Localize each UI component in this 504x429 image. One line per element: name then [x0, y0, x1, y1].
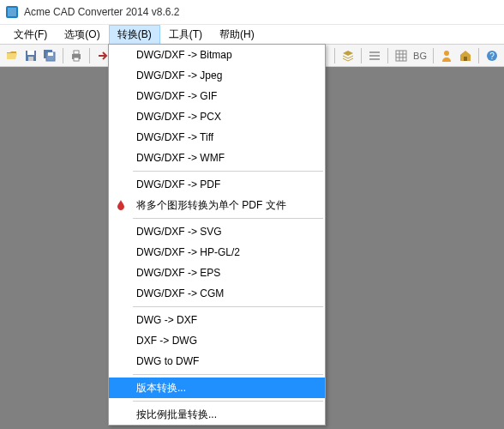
dropdown-item-label: DXF -> DWG	[136, 335, 197, 347]
app-icon	[5, 5, 19, 19]
menu-tools[interactable]: 工具(T)	[160, 25, 211, 45]
save-all-icon[interactable]	[41, 47, 58, 64]
pdf-icon	[114, 198, 128, 212]
dropdown-item-label: DWG/DXF -> CGM	[136, 287, 224, 299]
dropdown-item-label: DWG/DXF -> GIF	[136, 90, 217, 102]
convert-dropdown: DWG/DXF -> BitmapDWG/DXF -> JpegDWG/DXF …	[108, 44, 326, 426]
dropdown-item-label: DWG/DXF -> HP-GL/2	[136, 246, 240, 258]
grid-icon[interactable]	[393, 47, 410, 64]
dropdown-separator	[133, 306, 323, 307]
menu-file[interactable]: 文件(F)	[5, 25, 56, 45]
dropdown-item[interactable]: DWG -> DXF	[109, 310, 325, 330]
dropdown-item-label: 将多个图形转换为单个 PDF 文件	[136, 198, 286, 213]
svg-rect-9	[74, 51, 79, 54]
print-icon[interactable]	[68, 47, 85, 64]
dropdown-item[interactable]: DWG/DXF -> Bitmap	[109, 45, 325, 65]
toolbar-separator	[387, 48, 388, 63]
menu-help[interactable]: 帮助(H)	[211, 25, 263, 45]
help-icon[interactable]: ?	[483, 47, 501, 64]
dropdown-separator	[133, 171, 323, 172]
dropdown-item[interactable]: 将多个图形转换为单个 PDF 文件	[109, 195, 325, 215]
svg-rect-15	[464, 57, 467, 61]
toolbar-separator	[334, 48, 335, 63]
dropdown-item[interactable]: DWG/DXF -> EPS	[109, 263, 325, 283]
dropdown-separator	[133, 218, 323, 219]
dropdown-item[interactable]: DWG/DXF -> WMF	[109, 148, 325, 168]
lines-icon[interactable]	[366, 47, 383, 64]
dropdown-item-label: DWG/DXF -> EPS	[136, 267, 220, 279]
dropdown-item-label: DWG/DXF -> Bitmap	[136, 49, 232, 61]
svg-point-14	[444, 51, 449, 56]
bg-label[interactable]: BG	[411, 51, 429, 61]
svg-text:?: ?	[489, 51, 495, 61]
svg-rect-7	[48, 52, 53, 56]
dropdown-separator	[133, 401, 323, 402]
dropdown-item[interactable]: DWG/DXF -> Jpeg	[109, 65, 325, 86]
user-icon[interactable]	[438, 47, 455, 64]
toolbar-separator	[478, 48, 479, 63]
svg-rect-4	[28, 57, 33, 61]
dropdown-item[interactable]: DWG/DXF -> GIF	[109, 86, 325, 106]
dropdown-item-label: DWG to DWF	[136, 355, 199, 367]
dropdown-item[interactable]: DWG/DXF -> SVG	[109, 221, 325, 242]
dropdown-item[interactable]: DWG/DXF -> CGM	[109, 283, 325, 304]
save-icon[interactable]	[22, 47, 39, 64]
dropdown-item-label: 版本转换...	[136, 381, 186, 396]
svg-rect-10	[74, 57, 79, 61]
menubar: 文件(F) 选项(O) 转换(B) 工具(T) 帮助(H)	[0, 24, 504, 45]
dropdown-item-label: DWG/DXF -> SVG	[136, 226, 222, 238]
dropdown-item[interactable]: DXF -> DWG	[109, 330, 325, 351]
home-icon[interactable]	[457, 47, 474, 64]
toolbar-separator	[63, 48, 63, 63]
dropdown-item[interactable]: DWG/DXF -> PDF	[109, 174, 325, 195]
dropdown-item-label: DWG/DXF -> Tiff	[136, 131, 213, 143]
layers-icon[interactable]	[339, 47, 357, 64]
titlebar: Acme CAD Converter 2014 v8.6.2	[0, 0, 504, 24]
dropdown-item-label: DWG -> DXF	[136, 314, 197, 326]
dropdown-item[interactable]: 版本转换...	[109, 378, 325, 398]
toolbar-separator	[361, 48, 362, 63]
dropdown-item-label: DWG/DXF -> PDF	[136, 178, 220, 190]
dropdown-item[interactable]: DWG/DXF -> HP-GL/2	[109, 242, 325, 263]
svg-rect-3	[27, 51, 34, 55]
menu-options[interactable]: 选项(O)	[56, 25, 108, 45]
dropdown-separator	[133, 374, 323, 375]
dropdown-item[interactable]: DWG/DXF -> PCX	[109, 106, 325, 127]
dropdown-item[interactable]: DWG to DWF	[109, 351, 325, 372]
dropdown-item-label: DWG/DXF -> WMF	[136, 152, 225, 164]
dropdown-item[interactable]: 按比例批量转换...	[109, 404, 325, 425]
svg-rect-1	[8, 8, 16, 16]
dropdown-item-label: DWG/DXF -> PCX	[136, 111, 221, 123]
open-icon[interactable]	[3, 47, 21, 64]
window-title: Acme CAD Converter 2014 v8.6.2	[24, 6, 179, 18]
dropdown-item[interactable]: DWG/DXF -> Tiff	[109, 127, 325, 148]
dropdown-item-label: 按比例批量转换...	[136, 408, 217, 422]
svg-rect-13	[396, 51, 406, 61]
toolbar-separator	[89, 48, 90, 63]
menu-convert[interactable]: 转换(B)	[109, 25, 160, 45]
dropdown-item-label: DWG/DXF -> Jpeg	[136, 69, 222, 82]
toolbar-separator	[433, 48, 434, 63]
